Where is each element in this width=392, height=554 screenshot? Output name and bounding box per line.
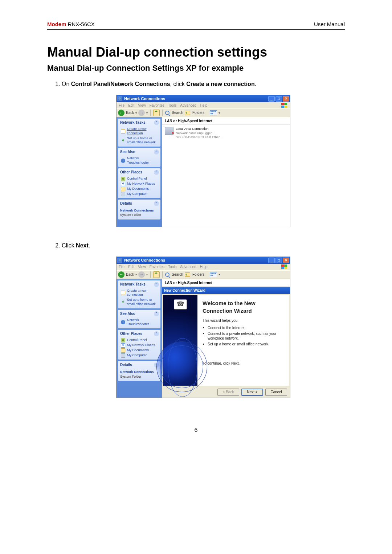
views-dropdown-icon[interactable]: ▾ bbox=[219, 111, 220, 115]
task-create-connection[interactable]: Create a new connection bbox=[118, 288, 160, 297]
forward-dropdown-icon[interactable]: ▾ bbox=[146, 272, 148, 276]
collapse-icon[interactable]: ⌃ bbox=[154, 120, 159, 125]
back-button-icon[interactable]: ← bbox=[118, 110, 124, 116]
task-create-connection[interactable]: Create a new connection bbox=[118, 127, 160, 136]
menu-help[interactable]: Help bbox=[200, 264, 208, 270]
back-dropdown-icon[interactable]: ▾ bbox=[135, 272, 137, 276]
page-subtitle: Manual Dial-up Connection Settings XP fo… bbox=[47, 63, 345, 73]
content-area: LAN or High-Speed Internet New Connectio… bbox=[162, 279, 290, 398]
views-dropdown-icon[interactable]: ▾ bbox=[219, 272, 220, 276]
menu-favorites[interactable]: Favorites bbox=[150, 103, 164, 108]
minimize-button[interactable]: _ bbox=[268, 96, 275, 102]
window-icon: ❖ bbox=[117, 258, 122, 263]
folders-icon[interactable] bbox=[185, 272, 190, 277]
documents-icon bbox=[121, 348, 125, 353]
link-my-network-places[interactable]: ❖My Network Places bbox=[118, 343, 160, 348]
side-panel: Network Tasks⌃ Create a new connection ❖… bbox=[117, 117, 162, 227]
menu-view[interactable]: View bbox=[138, 264, 146, 270]
search-label[interactable]: Search bbox=[172, 110, 183, 115]
panel-heading: See Also bbox=[120, 149, 135, 155]
forward-dropdown-icon[interactable]: ▾ bbox=[146, 111, 148, 115]
menu-edit[interactable]: Edit bbox=[128, 264, 134, 270]
window-icon: ❖ bbox=[117, 96, 122, 101]
menu-advanced[interactable]: Advanced bbox=[180, 103, 196, 108]
collapse-icon[interactable]: ⌃ bbox=[154, 331, 159, 336]
minimize-button[interactable]: _ bbox=[268, 258, 275, 263]
collapse-icon[interactable]: ⌃ bbox=[154, 149, 159, 155]
menu-file[interactable]: File bbox=[119, 103, 124, 108]
link-my-computer[interactable]: My Computer bbox=[118, 192, 160, 197]
menu-view[interactable]: View bbox=[138, 103, 146, 108]
wizard-next-button[interactable]: Next > bbox=[241, 389, 263, 396]
maximize-button[interactable]: □ bbox=[275, 258, 282, 263]
close-button[interactable]: ✕ bbox=[283, 96, 289, 102]
link-my-documents[interactable]: My Documents bbox=[118, 348, 160, 353]
task-setup-network[interactable]: ❖Set up a home or small office network bbox=[118, 297, 160, 307]
link-control-panel[interactable]: ⚙Control Panel bbox=[118, 176, 160, 181]
toolbar-separator bbox=[207, 110, 207, 116]
wizard-cancel-button[interactable]: Cancel bbox=[265, 389, 287, 396]
modem-icon: ☎ bbox=[174, 299, 187, 309]
menu-file[interactable]: File bbox=[119, 264, 124, 270]
menu-edit[interactable]: Edit bbox=[128, 103, 134, 108]
wizard-graphic: ☎ bbox=[163, 295, 197, 386]
header-right: User Manual bbox=[314, 21, 345, 27]
collapse-icon[interactable]: ⌃ bbox=[154, 201, 159, 206]
network-places-icon: ❖ bbox=[121, 182, 125, 186]
close-button[interactable]: ✕ bbox=[283, 258, 289, 263]
collapse-icon[interactable]: ⌃ bbox=[154, 170, 159, 175]
back-button-label[interactable]: Back bbox=[126, 272, 134, 277]
link-troubleshooter[interactable]: iNetwork Troubleshooter bbox=[118, 318, 160, 327]
connection-item[interactable]: Local Area Connection Network cable unpl… bbox=[162, 125, 290, 141]
wizard-continue: To continue, click Next. bbox=[203, 361, 284, 366]
back-dropdown-icon[interactable]: ▾ bbox=[135, 111, 137, 115]
menu-favorites[interactable]: Favorites bbox=[150, 264, 164, 270]
link-troubleshooter[interactable]: iNetwork Troubleshooter bbox=[118, 156, 160, 165]
info-icon: i bbox=[121, 320, 125, 324]
link-my-computer[interactable]: My Computer bbox=[118, 353, 160, 358]
folders-icon[interactable] bbox=[185, 111, 190, 115]
new-connection-wizard: New Connection Wizard ☎ Welcome to the N… bbox=[162, 287, 290, 398]
windows-flag-icon bbox=[281, 264, 288, 270]
info-icon: i bbox=[121, 159, 125, 163]
details-title: Network Connections bbox=[120, 370, 158, 374]
network-icon: ❖ bbox=[121, 300, 125, 304]
side-panel: Network Tasks⌃ Create a new connection ❖… bbox=[117, 279, 162, 398]
up-folder-icon[interactable] bbox=[153, 271, 160, 278]
category-heading: LAN or High-Speed Internet bbox=[162, 117, 290, 125]
toolbar: ← Back ▾ → ▾ Search Folders ▾ bbox=[117, 270, 290, 279]
forward-button-icon[interactable]: → bbox=[138, 110, 145, 116]
menu-advanced[interactable]: Advanced bbox=[180, 264, 196, 270]
category-heading: LAN or High-Speed Internet bbox=[162, 279, 290, 287]
collapse-icon[interactable]: ⌃ bbox=[154, 311, 159, 316]
up-folder-icon[interactable] bbox=[153, 110, 160, 116]
connection-status: Network cable unplugged bbox=[176, 131, 222, 135]
link-control-panel[interactable]: ⚙Control Panel bbox=[118, 338, 160, 343]
link-my-documents[interactable]: My Documents bbox=[118, 186, 160, 192]
views-icon[interactable] bbox=[210, 110, 217, 115]
forward-button-icon[interactable]: → bbox=[138, 271, 145, 278]
maximize-button[interactable]: □ bbox=[275, 96, 282, 102]
search-label[interactable]: Search bbox=[172, 272, 183, 277]
menu-tools[interactable]: Tools bbox=[168, 103, 176, 108]
back-button-icon[interactable]: ← bbox=[118, 271, 124, 278]
panel-see-also: See Also⌃ iNetwork Troubleshooter bbox=[118, 310, 160, 328]
wizard-bullet: Connect to a private network, such as yo… bbox=[208, 331, 284, 341]
link-my-network-places[interactable]: ❖My Network Places bbox=[118, 181, 160, 186]
search-icon[interactable] bbox=[165, 111, 170, 115]
page-header: Modem RNX-56CX User Manual bbox=[47, 21, 345, 30]
menu-help[interactable]: Help bbox=[200, 103, 208, 108]
wizard-intro: This wizard helps you: bbox=[203, 318, 284, 323]
search-icon[interactable] bbox=[165, 272, 170, 277]
views-icon[interactable] bbox=[210, 272, 217, 277]
folders-label[interactable]: Folders bbox=[192, 110, 204, 115]
collapse-icon[interactable]: ⌃ bbox=[154, 282, 159, 287]
panel-network-tasks: Network Tasks⌃ Create a new connection ❖… bbox=[118, 119, 160, 147]
folders-label[interactable]: Folders bbox=[192, 272, 204, 277]
titlebar: ❖ Network Connections _ □ ✕ bbox=[117, 95, 290, 102]
task-setup-network[interactable]: ❖Set up a home or small office network bbox=[118, 136, 160, 145]
toolbar-separator bbox=[162, 271, 163, 278]
details-subtitle: System Folder bbox=[120, 213, 158, 217]
menu-tools[interactable]: Tools bbox=[168, 264, 176, 270]
back-button-label[interactable]: Back bbox=[126, 110, 134, 115]
